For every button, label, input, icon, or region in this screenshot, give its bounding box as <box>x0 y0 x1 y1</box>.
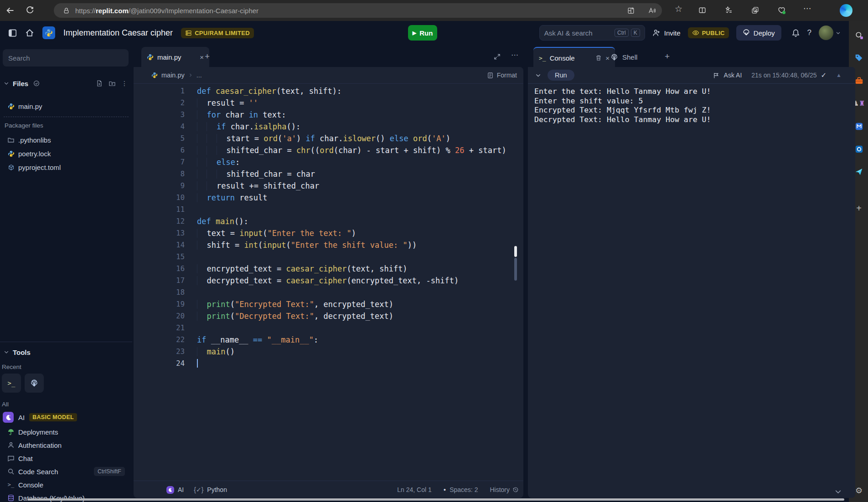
code-line[interactable]: 19 print("Encrypted Text:", encrypted_te… <box>134 298 513 310</box>
settings-gear-icon[interactable]: ⚙ <box>854 486 864 496</box>
sidebar-item-deployments[interactable]: Deployments <box>0 426 132 438</box>
notifications-bell-icon[interactable] <box>791 29 800 37</box>
drop-send-icon[interactable] <box>854 167 864 177</box>
code-line[interactable]: 18 <box>134 287 513 298</box>
code-line[interactable]: 2 result = '' <box>134 97 513 109</box>
code-line[interactable]: 7 else: <box>134 156 513 168</box>
code-line[interactable]: 15 <box>134 251 513 263</box>
file-item-poetrylock[interactable]: poetry.lock <box>0 148 132 159</box>
favorites-bar-icon[interactable] <box>725 6 733 14</box>
code-line[interactable]: 1def caesar_cipher(text, shift): <box>134 85 513 97</box>
history-button[interactable]: History <box>490 486 519 493</box>
tab-shell[interactable]: Shell <box>604 47 671 67</box>
cursor-position[interactable]: Ln 24, Col 1 <box>397 486 432 493</box>
new-folder-icon[interactable] <box>108 80 116 87</box>
help-icon[interactable]: ? <box>807 28 811 37</box>
read-aloud-icon[interactable] <box>648 7 656 15</box>
file-item-pythonlibs[interactable]: .pythonlibs <box>0 134 132 146</box>
sidebar-item-ai[interactable]: AI BASIC MODEL <box>0 410 132 425</box>
code-lines[interactable]: 1def caesar_cipher(text, shift):2 result… <box>134 84 513 482</box>
multiselect-icon[interactable] <box>33 80 40 87</box>
run-options-chevron-icon[interactable] <box>535 72 541 78</box>
tab-actions-icon[interactable] <box>627 7 635 15</box>
code-line[interactable]: 6 shifted_char = chr((ord(char) - start … <box>134 144 513 156</box>
status-ai-label[interactable]: AI <box>178 486 184 493</box>
files-menu-icon[interactable]: ⋮ <box>121 80 128 87</box>
collections-icon[interactable] <box>751 6 759 14</box>
code-line[interactable]: 17 decrypted_text = caesar_cipher(encryp… <box>134 275 513 287</box>
file-search-input[interactable]: Search <box>3 49 129 67</box>
home-icon[interactable] <box>25 28 34 37</box>
split-screen-icon[interactable] <box>698 6 706 14</box>
code-line[interactable]: 20 print("Decrypted Text:", decrypted_te… <box>134 310 513 322</box>
tools-section-header[interactable]: Tools <box>0 346 132 358</box>
file-item-pyproject[interactable]: pyproject.toml <box>0 161 132 173</box>
code-line[interactable]: 14 shift = int(input("Enter the shift va… <box>134 239 513 251</box>
pane-menu-icon[interactable]: ⋯ <box>511 51 518 59</box>
code-line[interactable]: 16 encrypted_text = caesar_cipher(text, … <box>134 263 513 275</box>
back-icon[interactable] <box>5 6 15 15</box>
files-section-header[interactable]: Files ⋮ <box>0 77 132 89</box>
status-ai-icon[interactable] <box>166 486 174 494</box>
sidebar-item-console[interactable]: >_ Console <box>0 479 132 491</box>
new-tab-icon[interactable]: + <box>205 51 210 61</box>
new-console-tab-icon[interactable]: + <box>665 51 670 61</box>
clear-console-icon[interactable] <box>595 55 602 61</box>
repl-title[interactable]: Implementation Caesar cipher <box>63 28 173 38</box>
visibility-badge[interactable]: PUBLIC <box>688 27 729 38</box>
code-line[interactable]: 10 return result <box>134 192 513 204</box>
scroll-to-bottom-icon[interactable] <box>834 488 842 496</box>
sidebar-toggle-icon[interactable] <box>8 29 17 37</box>
code-line[interactable]: 8 shifted_char = char <box>134 168 513 180</box>
tab-mainpy[interactable]: main.py × <box>141 47 209 67</box>
code-line[interactable]: 11 <box>134 204 513 215</box>
editor-scrollbar-region[interactable] <box>514 258 517 281</box>
resource-limit-badge[interactable]: CPU/RAM LIMITED <box>181 28 254 38</box>
shopping-icon[interactable] <box>854 53 864 63</box>
file-item-mainpy[interactable]: main.py <box>0 100 132 112</box>
horizontal-scrollbar[interactable] <box>27 498 844 501</box>
m365-icon[interactable] <box>854 121 864 131</box>
ask-ai-search-input[interactable]: Ask AI & search Ctrl K <box>539 25 645 41</box>
copilot-icon[interactable] <box>840 4 852 17</box>
code-line[interactable]: 5 start = ord('a') if char.islower() els… <box>134 133 513 144</box>
console-ask-ai-button[interactable]: Ask AI <box>724 72 742 79</box>
favorite-star-icon[interactable]: ☆ <box>675 4 682 14</box>
invite-button[interactable]: Invite <box>652 29 681 37</box>
browser-essentials-icon[interactable] <box>778 6 785 14</box>
code-line[interactable]: 22if __name__ == "__main__": <box>134 334 513 346</box>
expand-pane-icon[interactable] <box>494 53 501 60</box>
refresh-icon[interactable] <box>26 6 34 15</box>
code-line[interactable]: 3 for char in text: <box>134 109 513 121</box>
collapse-pane-icon[interactable]: ▲ <box>836 72 842 78</box>
outlook-icon[interactable] <box>854 144 864 154</box>
recent-shell-button[interactable] <box>25 374 44 393</box>
sidebar-search-icon[interactable] <box>854 30 864 40</box>
tab-console[interactable]: >_ Console × <box>533 47 615 68</box>
recent-console-button[interactable]: >_ <box>2 374 21 393</box>
close-tab-icon[interactable]: × <box>200 53 204 61</box>
indentation-setting[interactable]: Spaces: 2 <box>450 486 478 493</box>
status-language[interactable]: Python <box>207 486 227 493</box>
account-menu[interactable] <box>819 26 841 40</box>
code-line[interactable]: 21 <box>134 322 513 334</box>
deploy-button[interactable]: Deploy <box>736 25 781 41</box>
new-file-icon[interactable] <box>96 80 103 87</box>
code-line[interactable]: 12def main(): <box>134 215 513 227</box>
sidebar-item-code-search[interactable]: Code Search CtrlShiftF <box>0 466 132 477</box>
code-line[interactable]: 24 <box>134 358 513 369</box>
tools-toolbox-icon[interactable] <box>854 76 864 86</box>
address-bar[interactable]: https://replit.com/@jatin009v/Implementa… <box>54 3 662 18</box>
run-button[interactable]: ▶Run <box>408 25 437 41</box>
add-sidebar-item-icon[interactable]: + <box>854 203 864 213</box>
games-icon[interactable]: ♟♜ <box>854 98 864 108</box>
sidebar-item-chat[interactable]: Chat <box>0 452 132 464</box>
console-run-button[interactable]: Run <box>548 70 574 81</box>
sidebar-item-authentication[interactable]: Authentication <box>0 439 132 451</box>
code-line[interactable]: 4 if char.isalpha(): <box>134 121 513 133</box>
breadcrumb[interactable]: main.py ... Format <box>134 67 523 84</box>
code-line[interactable]: 13 text = input("Enter the text: ") <box>134 227 513 239</box>
browser-menu-icon[interactable]: ⋯ <box>803 4 811 13</box>
format-button[interactable]: Format <box>487 72 517 79</box>
code-line[interactable]: 9 result += shifted_char <box>134 180 513 192</box>
